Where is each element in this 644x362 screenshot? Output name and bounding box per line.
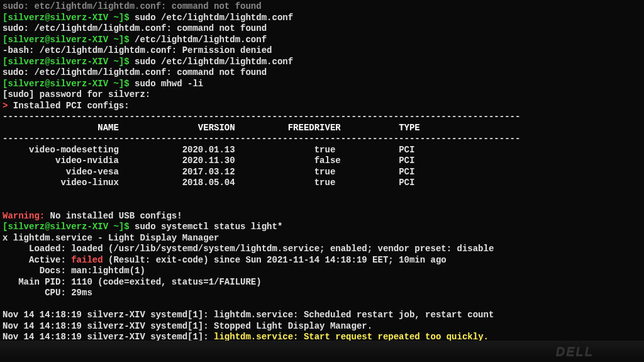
command-text: sudo systemctl status light* (130, 222, 283, 232)
active-info: (Result: exit-code) since Sun 2021-11-14… (103, 255, 447, 265)
cell-name: video-linux (3, 178, 119, 188)
blank-line (3, 189, 641, 200)
dell-logo: DELL (556, 344, 594, 359)
command-text: /etc/lightdm/lightdm.conf (130, 35, 267, 45)
log-prefix: Nov 14 14:18:19 silverz-XIV systemd[1]: (3, 321, 214, 331)
cell-type: PCI (335, 167, 414, 177)
shell-prompt: [silverz@silverz-XIV ~]$ (3, 79, 130, 89)
prompt-line: [silverz@silverz-XIV ~]$ sudo /etc/light… (3, 57, 641, 68)
cell-version: 2017.03.12 (119, 167, 235, 177)
marker-arrow: > (3, 101, 13, 111)
output-line: > Installed PCI configs: (3, 101, 641, 112)
col-freedriver: FREEDRIVER (235, 123, 341, 133)
warning-label: Warning: (3, 211, 45, 221)
command-text: sudo /etc/lightdm/lightdm.conf (130, 13, 293, 23)
separator: ----------------------------------------… (3, 133, 641, 145)
blank-line (3, 299, 641, 310)
col-type: TYPE (341, 123, 420, 133)
cell-type: PCI (335, 145, 414, 155)
output-line: sudo: etc/lightdm/lightdm.conf: command … (3, 1, 641, 13)
prompt-line: [silverz@silverz-XIV ~]$ sudo systemctl … (3, 222, 641, 233)
prompt-line: [silverz@silverz-XIV ~]$ /etc/lightdm/li… (3, 35, 641, 46)
failed-status: failed (71, 255, 103, 265)
cell-freedriver: true (235, 167, 336, 177)
cell-name: video-modesetting (3, 145, 119, 155)
warning-text: No installed USB configs! (45, 211, 182, 221)
service-loaded: Loaded: loaded (/usr/lib/systemd/system/… (3, 244, 641, 255)
table-row: video-vesa 2017.03.12 true PCI (3, 167, 641, 178)
monitor-bezel (0, 341, 644, 362)
cell-version: 2020.11.30 (119, 156, 235, 166)
table-row: video-modesetting 2020.01.13 true PCI (3, 145, 641, 156)
service-cpu: CPU: 29ms (3, 288, 641, 299)
service-active: Active: failed (Result: exit-code) since… (3, 255, 641, 266)
shell-prompt: [silverz@silverz-XIV ~]$ (3, 13, 130, 23)
log-message: Stopped Light Display Manager. (214, 321, 372, 331)
service-header: x lightdm.service - Light Display Manage… (3, 233, 641, 244)
table-header: NAME VERSION FREEDRIVER TYPE (3, 123, 641, 134)
section-title: Installed PCI configs: (13, 101, 130, 111)
output-line: sudo: /etc/lightdm/lightdm.conf: command… (3, 23, 641, 35)
cell-freedriver: false (235, 156, 341, 166)
output-line: -bash: /etc/lightdm/lightdm.conf: Permis… (3, 45, 641, 57)
cell-name: video-vesa (3, 167, 119, 177)
table-row: video-nvidia 2020.11.30 false PCI (3, 156, 641, 167)
cell-type: PCI (335, 178, 414, 188)
service-docs: Docs: man:lightdm(1) (3, 266, 641, 277)
shell-prompt: [silverz@silverz-XIV ~]$ (3, 35, 130, 45)
log-line: Nov 14 14:18:19 silverz-XIV systemd[1]: … (3, 321, 641, 332)
log-line: Nov 14 14:18:19 silverz-XIV systemd[1]: … (3, 310, 641, 321)
shell-prompt: [silverz@silverz-XIV ~]$ (3, 57, 130, 67)
cell-version: 2020.01.13 (119, 145, 235, 155)
active-label: Active: (3, 255, 71, 265)
output-line: sudo: /etc/lightdm/lightdm.conf: command… (3, 67, 641, 79)
shell-prompt: [silverz@silverz-XIV ~]$ (3, 222, 130, 232)
cell-type: PCI (341, 156, 415, 166)
command-text: sudo mhwd -li (130, 79, 204, 89)
command-text: sudo /etc/lightdm/lightdm.conf (130, 57, 293, 67)
terminal-output[interactable]: sudo: etc/lightdm/lightdm.conf: command … (0, 0, 644, 362)
prompt-line: [silverz@silverz-XIV ~]$ sudo mhwd -li (3, 79, 641, 90)
cell-version: 2018.05.04 (119, 178, 235, 188)
warning-line: Warning: No installed USB configs! (3, 211, 641, 222)
table-row: video-linux 2018.05.04 true PCI (3, 178, 641, 189)
col-name: NAME (3, 123, 119, 133)
service-mainpid: Main PID: 1110 (code=exited, status=1/FA… (3, 277, 641, 288)
prompt-line: [silverz@silverz-XIV ~]$ sudo /etc/light… (3, 13, 641, 24)
output-line: [sudo] password for silverz: (3, 89, 641, 101)
cell-freedriver: true (235, 178, 336, 188)
cell-name: video-nvidia (3, 156, 119, 166)
col-version: VERSION (119, 123, 235, 133)
separator: ----------------------------------------… (3, 111, 641, 123)
cell-freedriver: true (235, 145, 336, 155)
blank-line (3, 200, 641, 211)
